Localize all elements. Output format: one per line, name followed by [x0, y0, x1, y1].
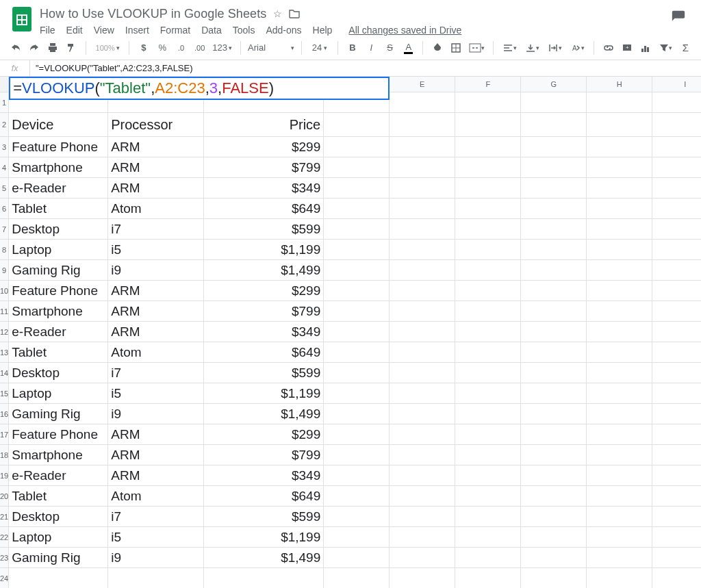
cell[interactable] — [9, 568, 108, 588]
cell[interactable] — [390, 113, 455, 137]
insert-comment-icon[interactable]: + — [620, 40, 634, 55]
select-all[interactable] — [0, 77, 8, 92]
cell[interactable]: $299 — [204, 424, 324, 445]
cell[interactable]: ARM — [108, 281, 204, 301]
cell[interactable] — [455, 92, 521, 113]
cell[interactable] — [521, 465, 587, 486]
cell[interactable]: ARM — [108, 301, 204, 322]
cell[interactable]: i9 — [108, 548, 204, 568]
cell[interactable] — [324, 486, 390, 507]
cell[interactable]: $649 — [204, 486, 324, 507]
cell[interactable]: $649 — [204, 199, 324, 219]
cell[interactable] — [521, 92, 587, 113]
cell[interactable] — [455, 322, 521, 342]
cell[interactable]: Gaming Rig — [9, 260, 108, 281]
row-header-16[interactable]: 16 — [0, 404, 8, 424]
strikethrough-icon[interactable]: S — [383, 40, 397, 55]
cell[interactable] — [455, 424, 521, 445]
doc-title[interactable]: How to Use VLOOKUP in Google Sheets — [40, 7, 266, 21]
cell[interactable]: $299 — [204, 137, 324, 157]
cell[interactable] — [587, 92, 652, 113]
cell[interactable]: Tablet — [9, 199, 108, 219]
cell[interactable] — [652, 363, 701, 383]
cell[interactable]: Processor — [108, 113, 204, 137]
cell[interactable] — [390, 383, 455, 404]
cell[interactable]: i5 — [108, 240, 204, 260]
cell[interactable] — [455, 527, 521, 548]
cell[interactable] — [390, 219, 455, 240]
cell[interactable] — [587, 199, 652, 219]
row-header-8[interactable]: 8 — [0, 240, 8, 260]
cell[interactable]: $1,199 — [204, 240, 324, 260]
menu-help[interactable]: Help — [313, 25, 333, 36]
cell[interactable]: Feature Phone — [9, 281, 108, 301]
cell[interactable] — [390, 157, 455, 178]
cell[interactable] — [390, 322, 455, 342]
cell[interactable] — [587, 219, 652, 240]
cell[interactable] — [324, 322, 390, 342]
cell[interactable] — [521, 342, 587, 363]
cell[interactable] — [324, 465, 390, 486]
fill-color-icon[interactable] — [430, 40, 444, 55]
cell[interactable]: $1,199 — [204, 383, 324, 404]
row-header-24[interactable]: 24 — [0, 568, 8, 588]
cell[interactable] — [587, 301, 652, 322]
cell[interactable] — [390, 92, 455, 113]
cell[interactable]: Smartphone — [9, 157, 108, 178]
paint-format-icon[interactable] — [64, 40, 79, 55]
cell[interactable] — [390, 568, 455, 588]
comments-icon[interactable] — [671, 10, 686, 25]
cell[interactable] — [652, 178, 701, 199]
col-H[interactable]: H — [587, 77, 652, 92]
cell[interactable] — [455, 301, 521, 322]
cell[interactable]: e-Reader — [9, 465, 108, 486]
cell[interactable]: ARM — [108, 424, 204, 445]
cell[interactable] — [390, 445, 455, 465]
cell[interactable] — [390, 465, 455, 486]
cell[interactable] — [652, 342, 701, 363]
cell[interactable]: ARM — [108, 157, 204, 178]
cell[interactable]: Atom — [108, 486, 204, 507]
cell[interactable] — [324, 178, 390, 199]
cell[interactable] — [521, 568, 587, 588]
cell[interactable]: Laptop — [9, 527, 108, 548]
cell[interactable]: i9 — [108, 404, 204, 424]
cell[interactable]: Feature Phone — [9, 137, 108, 157]
cell[interactable]: i5 — [108, 383, 204, 404]
cell[interactable] — [587, 465, 652, 486]
text-rotation-icon[interactable]: A▾ — [568, 40, 587, 55]
merge-cells-icon[interactable]: ▾ — [468, 40, 486, 55]
cell[interactable]: Gaming Rig — [9, 548, 108, 568]
row-header-18[interactable]: 18 — [0, 445, 8, 465]
row-header-4[interactable]: 4 — [0, 157, 8, 178]
cell[interactable] — [108, 568, 204, 588]
cell[interactable] — [521, 548, 587, 568]
cell[interactable] — [587, 383, 652, 404]
cell[interactable] — [652, 548, 701, 568]
cell[interactable]: Atom — [108, 199, 204, 219]
cell[interactable] — [587, 404, 652, 424]
cell[interactable] — [324, 445, 390, 465]
cell[interactable] — [652, 137, 701, 157]
cell[interactable] — [390, 281, 455, 301]
cell[interactable] — [521, 281, 587, 301]
cell[interactable] — [587, 178, 652, 199]
cell[interactable]: Tablet — [9, 342, 108, 363]
row-header-17[interactable]: 17 — [0, 424, 8, 445]
cell[interactable] — [521, 363, 587, 383]
print-icon[interactable] — [45, 40, 60, 55]
cell[interactable] — [521, 322, 587, 342]
cell[interactable]: Smartphone — [9, 445, 108, 465]
cell[interactable] — [652, 199, 701, 219]
cell[interactable] — [324, 363, 390, 383]
cell[interactable] — [390, 548, 455, 568]
cell[interactable] — [652, 240, 701, 260]
cell[interactable] — [324, 548, 390, 568]
decrease-decimal-icon[interactable]: .0 — [174, 40, 188, 55]
cell[interactable] — [587, 568, 652, 588]
cell[interactable] — [521, 383, 587, 404]
cell[interactable] — [204, 568, 324, 588]
cell[interactable] — [652, 157, 701, 178]
cell[interactable] — [652, 445, 701, 465]
menu-edit[interactable]: Edit — [66, 25, 83, 36]
